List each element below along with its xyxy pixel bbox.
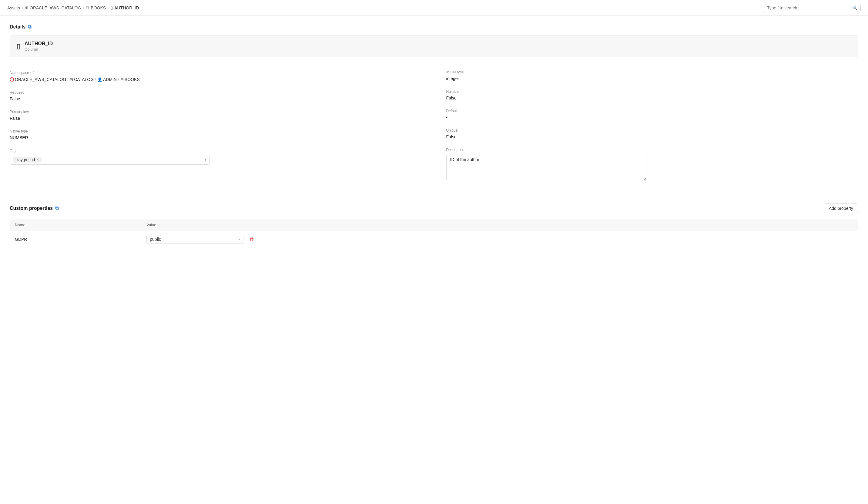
books-label: BOOKS (91, 6, 106, 10)
breadcrumb: Assets › ⊞ ORACLE_AWS_CATALOG › ⊟ BOOKS … (7, 6, 139, 10)
json-type-label: JSON type (446, 70, 859, 74)
custom-properties-title: Custom properties ⧉ (10, 206, 59, 211)
value-select-text: public (150, 237, 161, 242)
namespace-info-icon: ⓘ (30, 70, 34, 75)
asset-name: AUTHOR_ID (24, 41, 53, 47)
nullable-value: False (446, 95, 859, 100)
custom-props-title-text: Custom properties (10, 206, 53, 211)
tag-playground: playground ✕ (13, 157, 42, 163)
properties-right-col: JSON type integer Nullable False Default… (434, 66, 859, 186)
column-icon: ▯ (111, 6, 113, 10)
section-divider (10, 196, 858, 196)
required-label: Required (10, 90, 434, 95)
namespace-path: ORACLE_AWS_CATALOG / ⊟ CATALOG / 👤 ADMIN… (10, 77, 434, 82)
tags-select[interactable]: playground ✕ ▾ (10, 155, 210, 165)
value-dropdown-icon: ▾ (238, 237, 240, 241)
ns-catalog-text: CATALOG (74, 77, 94, 82)
prop-default: Default - (446, 105, 859, 124)
prop-namespace: Namespace ⓘ ORACLE_AWS_CATALOG / ⊟ CATAL… (10, 66, 434, 86)
books-table-icon: ⊟ (86, 6, 89, 10)
ns-admin: 👤 ADMIN (97, 77, 117, 82)
search-input[interactable] (767, 6, 850, 10)
details-title: Details (10, 24, 25, 30)
delete-row-button[interactable]: 🗑 (247, 235, 257, 243)
asset-card: ▯ AUTHOR_ID Column (10, 35, 858, 57)
details-section-icon: ⧉ (28, 24, 31, 30)
ns-oracle: ORACLE_AWS_CATALOG (10, 77, 66, 82)
asset-subtitle: Column (24, 47, 53, 52)
books-icon: ⊟ (120, 77, 124, 82)
tag-playground-text: playground (16, 157, 35, 162)
table-row: GDPR public ▾ 🗑 (10, 231, 858, 248)
description-label: Description (446, 148, 859, 152)
custom-props-section-icon: ⧉ (55, 206, 59, 211)
prop-nullable: Nullable False (446, 85, 859, 105)
assets-label: Assets (7, 6, 20, 10)
nullable-label: Nullable (446, 90, 859, 94)
description-textarea[interactable] (446, 154, 647, 181)
ns-books: ⊟ BOOKS (120, 77, 140, 82)
tags-dropdown-icon[interactable]: ▾ (205, 158, 206, 162)
main-content: Details ⧉ ▯ AUTHOR_ID Column Namespace ⓘ (0, 16, 868, 256)
asset-card-column-icon: ▯ (17, 42, 20, 50)
properties-left-col: Namespace ⓘ ORACLE_AWS_CATALOG / ⊟ CATAL… (10, 66, 434, 186)
ns-admin-text: ADMIN (103, 77, 117, 82)
unique-label: Unique (446, 128, 859, 133)
primary-key-label: Primary key (10, 110, 434, 114)
admin-icon: 👤 (97, 77, 102, 82)
oracle-circle-icon (10, 77, 14, 82)
custom-properties-header: Custom properties ⧉ Add property (10, 204, 858, 213)
prop-description: Description (446, 143, 859, 186)
add-property-button[interactable]: Add property (824, 204, 858, 213)
json-type-value: integer (446, 76, 859, 81)
sep-3: › (107, 6, 109, 10)
oracle-catalog-icon: ⊞ (25, 6, 28, 10)
sep-1: › (22, 6, 23, 10)
tags-list: playground ✕ (13, 157, 42, 163)
author-id-label: AUTHOR_ID (114, 6, 139, 10)
breadcrumb-oracle[interactable]: ⊞ ORACLE_AWS_CATALOG (25, 6, 81, 10)
namespace-label: Namespace ⓘ (10, 70, 434, 75)
sep-2: › (83, 6, 84, 10)
prop-json-type: JSON type integer (446, 66, 859, 85)
col-header-name: Name (10, 219, 142, 231)
custom-properties-table: Name Value GDPR public ▾ 🗑 (10, 219, 858, 248)
row-name-gdpr: GDPR (10, 231, 142, 248)
row-value-cell: public ▾ 🗑 (142, 231, 858, 247)
oracle-label: ORACLE_AWS_CATALOG (30, 6, 81, 10)
ns-oracle-text: ORACLE_AWS_CATALOG (15, 77, 66, 82)
primary-key-value: False (10, 116, 434, 121)
prop-unique: Unique False (446, 124, 859, 143)
prop-native-type: Native type NUMBER (10, 125, 434, 144)
breadcrumb-author-id[interactable]: ▯ AUTHOR_ID (111, 6, 139, 10)
default-value: - (446, 115, 859, 120)
search-box[interactable]: 🔍 (764, 4, 861, 12)
prop-primary-key: Primary key False (10, 105, 434, 125)
tags-label: Tags (10, 148, 434, 153)
col-header-value: Value (142, 219, 858, 231)
default-label: Default (446, 109, 859, 113)
prop-required: Required False (10, 86, 434, 105)
search-icon: 🔍 (852, 6, 857, 10)
native-type-label: Native type (10, 129, 434, 133)
value-select[interactable]: public ▾ (146, 235, 244, 244)
catalog-icon: ⊟ (70, 77, 73, 82)
required-value: False (10, 96, 434, 101)
ns-catalog: ⊟ CATALOG (70, 77, 94, 82)
page-header: Assets › ⊞ ORACLE_AWS_CATALOG › ⊟ BOOKS … (0, 0, 868, 16)
prop-tags: Tags playground ✕ ▾ (10, 144, 434, 169)
native-type-value: NUMBER (10, 135, 434, 140)
breadcrumb-books[interactable]: ⊟ BOOKS (86, 6, 106, 10)
tag-playground-remove[interactable]: ✕ (37, 158, 39, 162)
unique-value: False (446, 134, 859, 139)
properties-grid: Namespace ⓘ ORACLE_AWS_CATALOG / ⊟ CATAL… (10, 66, 858, 186)
breadcrumb-assets[interactable]: Assets (7, 6, 20, 10)
ns-books-text: BOOKS (125, 77, 140, 82)
details-section-heading: Details ⧉ (10, 24, 858, 30)
